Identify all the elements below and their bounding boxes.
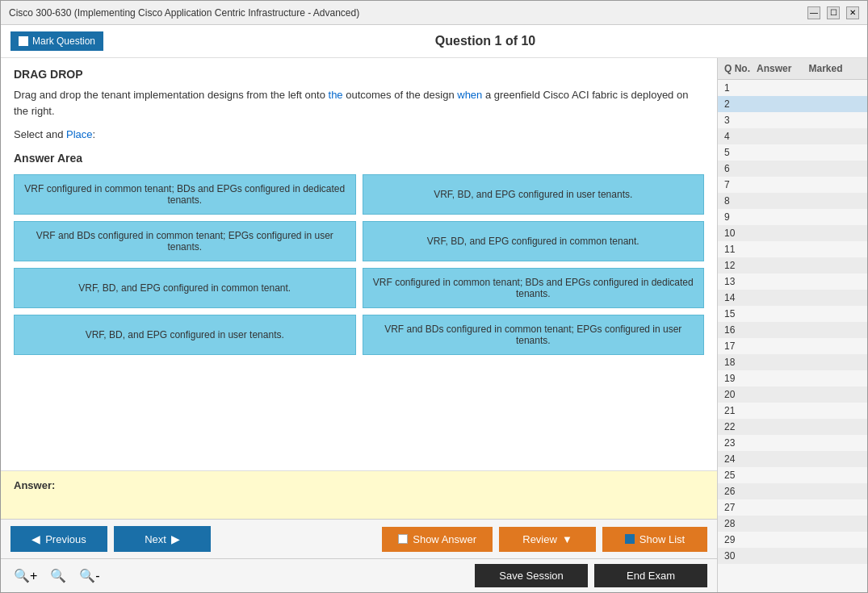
highlight-place: Place — [66, 128, 93, 140]
previous-button[interactable]: ◀ Previous — [10, 526, 107, 552]
show-list-button[interactable]: Show List — [602, 527, 707, 552]
maximize-button[interactable]: ☐ — [827, 6, 840, 19]
header-q-no: Q No. — [724, 63, 757, 74]
question-list-row[interactable]: 29 — [718, 532, 867, 548]
review-label: Review — [522, 533, 557, 545]
drag-item-1[interactable]: VRF configured in common tenant; BDs and… — [14, 174, 356, 215]
drag-item-7[interactable]: VRF, BD, and EPG configured in user tena… — [14, 315, 356, 355]
q-number: 26 — [724, 486, 757, 497]
q-number: 15 — [724, 308, 757, 319]
q-number: 27 — [724, 502, 757, 513]
drag-item-6[interactable]: VRF configured in common tenant; BDs and… — [363, 268, 705, 308]
zoom-reset-button[interactable]: 🔍 — [47, 566, 69, 585]
left-panel: DRAG DROP Drag and drop the tenant imple… — [1, 58, 718, 592]
show-list-checkbox-icon — [625, 534, 635, 544]
question-list-row[interactable]: 25 — [718, 467, 867, 483]
question-type-label: DRAG DROP — [14, 68, 704, 81]
question-list-row[interactable]: 22 — [718, 419, 867, 435]
question-list-row[interactable]: 2 — [718, 96, 867, 112]
question-list-row[interactable]: 3 — [718, 112, 867, 128]
q-number: 21 — [724, 405, 757, 416]
bottom-navigation-bar: ◀ Previous Next ▶ Show Answer Review ▼ — [1, 519, 717, 558]
answer-area-label: Answer Area — [14, 152, 704, 165]
q-number: 30 — [724, 550, 757, 562]
question-list-row[interactable]: 18 — [718, 354, 867, 370]
window-controls: — ☐ ✕ — [807, 6, 859, 19]
save-session-button[interactable]: Save Session — [475, 564, 588, 587]
question-list-row[interactable]: 23 — [718, 435, 867, 451]
title-bar: Cisco 300-630 (Implementing Cisco Applic… — [1, 1, 867, 25]
q-number: 18 — [724, 357, 757, 368]
question-list-row[interactable]: 20 — [718, 386, 867, 403]
minimize-button[interactable]: — — [807, 6, 820, 19]
q-number: 20 — [724, 389, 757, 400]
q-number: 1 — [724, 82, 757, 94]
drag-item-8[interactable]: VRF and BDs configured in common tenant;… — [363, 315, 705, 355]
question-list-row[interactable]: 11 — [718, 241, 867, 257]
question-list-row[interactable]: 28 — [718, 516, 867, 532]
question-list-row[interactable]: 17 — [718, 338, 867, 354]
close-button[interactable]: ✕ — [846, 6, 859, 19]
answer-label: Answer: — [14, 479, 55, 491]
drag-item-4[interactable]: VRF, BD, and EPG configured in common te… — [363, 221, 705, 261]
question-list-row[interactable]: 24 — [718, 451, 867, 467]
highlight-the: the — [329, 89, 343, 101]
q-number: 11 — [724, 244, 757, 255]
q-number: 29 — [724, 534, 757, 545]
question-list-row[interactable]: 10 — [718, 225, 867, 241]
header-answer: Answer — [757, 63, 809, 74]
drag-item-5[interactable]: VRF, BD, and EPG configured in common te… — [14, 268, 356, 308]
main-content: DRAG DROP Drag and drop the tenant imple… — [1, 58, 867, 592]
q-number: 5 — [724, 147, 757, 158]
q-number: 10 — [724, 228, 757, 239]
q-number: 2 — [724, 98, 757, 110]
zoom-in-button[interactable]: 🔍+ — [10, 566, 40, 585]
end-exam-label: End Exam — [627, 570, 675, 582]
question-list-row[interactable]: 1 — [718, 80, 867, 96]
question-list-row[interactable]: 6 — [718, 161, 867, 177]
previous-label: Previous — [45, 533, 86, 545]
question-list-row[interactable]: 30 — [718, 548, 867, 564]
question-list-row[interactable]: 26 — [718, 483, 867, 499]
question-list-row[interactable]: 9 — [718, 209, 867, 225]
question-list-row[interactable]: 21 — [718, 403, 867, 419]
review-button[interactable]: Review ▼ — [499, 527, 596, 552]
next-label: Next — [145, 533, 166, 545]
instruction-text: Drag and drop the tenant implementation … — [14, 87, 704, 119]
q-number: 24 — [724, 453, 757, 465]
question-list-row[interactable]: 16 — [718, 322, 867, 338]
question-body: DRAG DROP Drag and drop the tenant imple… — [1, 58, 717, 470]
question-list: 1234567891011121314151617181920212223242… — [718, 80, 867, 592]
header-bar: Mark Question Question 1 of 10 — [1, 25, 867, 58]
q-number: 7 — [724, 179, 757, 190]
save-session-label: Save Session — [499, 570, 564, 582]
question-list-row[interactable]: 7 — [718, 177, 867, 193]
q-number: 6 — [724, 163, 757, 174]
question-list-row[interactable]: 13 — [718, 274, 867, 290]
zoom-out-button[interactable]: 🔍- — [76, 566, 103, 585]
show-answer-button[interactable]: Show Answer — [382, 527, 493, 552]
question-list-row[interactable]: 4 — [718, 128, 867, 144]
question-list-row[interactable]: 8 — [718, 193, 867, 209]
end-exam-button[interactable]: End Exam — [594, 564, 707, 587]
question-list-row[interactable]: 19 — [718, 370, 867, 386]
drag-item-2[interactable]: VRF, BD, and EPG configured in user tena… — [363, 174, 705, 215]
right-panel: Q No. Answer Marked 12345678910111213141… — [718, 58, 867, 592]
question-list-row[interactable]: 27 — [718, 499, 867, 516]
q-number: 8 — [724, 195, 757, 207]
question-list-row[interactable]: 12 — [718, 257, 867, 274]
q-number: 9 — [724, 211, 757, 223]
question-list-row[interactable]: 5 — [718, 144, 867, 161]
answer-section: Answer: — [1, 470, 717, 519]
question-list-row[interactable]: 15 — [718, 306, 867, 322]
mark-question-button[interactable]: Mark Question — [10, 31, 103, 51]
show-list-label: Show List — [639, 533, 685, 545]
right-panel-header: Q No. Answer Marked — [718, 58, 867, 80]
drag-item-3[interactable]: VRF and BDs configured in common tenant;… — [14, 221, 356, 261]
q-number: 23 — [724, 437, 757, 449]
drag-drop-grid: VRF configured in common tenant; BDs and… — [14, 174, 704, 355]
q-number: 3 — [724, 115, 757, 126]
next-button[interactable]: Next ▶ — [114, 526, 211, 552]
question-title: Question 1 of 10 — [113, 34, 858, 48]
question-list-row[interactable]: 14 — [718, 290, 867, 306]
